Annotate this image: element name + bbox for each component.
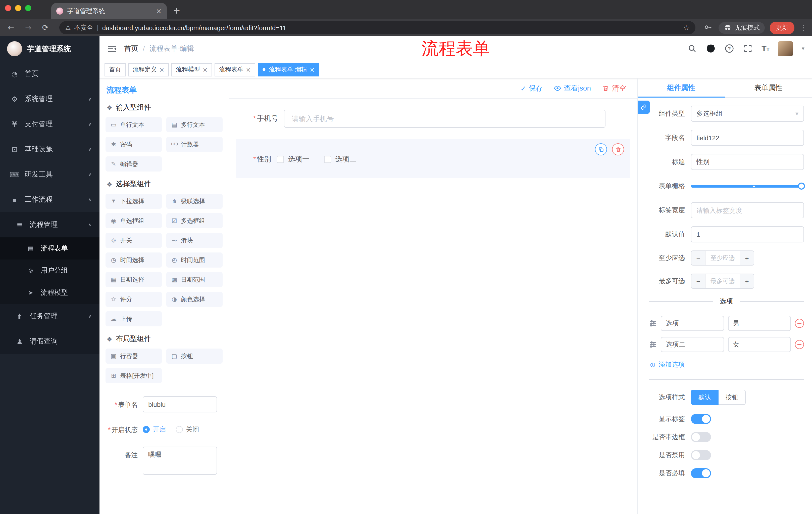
palette-item-checkbox-group[interactable]: 多选框组: [166, 213, 223, 228]
sidebar-item-user-group[interactable]: 用户分组: [0, 260, 99, 282]
palette-item-row-container[interactable]: 行容器: [106, 349, 162, 363]
form-name-input[interactable]: [143, 396, 217, 412]
palette-item-date-range[interactable]: 日期范围: [166, 272, 223, 287]
palette-item-switch[interactable]: 开关: [106, 233, 162, 248]
save-button[interactable]: 保存: [520, 84, 543, 93]
browser-tab[interactable]: 芋道管理系统: [51, 3, 167, 19]
tag-process-model[interactable]: 流程模型: [171, 63, 212, 76]
new-tab-button[interactable]: [173, 6, 180, 19]
sidebar-item-task-management[interactable]: 任务管理: [0, 304, 99, 329]
link-button[interactable]: [638, 101, 650, 114]
stepper-decrease-button[interactable]: −: [691, 274, 705, 288]
tag-process-definition[interactable]: 流程定义: [128, 63, 169, 76]
drag-handle-icon[interactable]: [649, 319, 657, 327]
title-input[interactable]: [691, 154, 804, 170]
palette-item-button[interactable]: 按钮: [166, 349, 223, 363]
slider-track[interactable]: [691, 185, 804, 187]
palette-item-editor[interactable]: 编辑器: [106, 156, 162, 171]
label-width-input[interactable]: [691, 202, 804, 218]
remove-option-icon[interactable]: [795, 319, 804, 328]
sidebar-item-workflow[interactable]: 工作流程: [0, 187, 99, 212]
sidebar-toggle-icon[interactable]: [107, 44, 117, 54]
breadcrumb-home[interactable]: 首页: [124, 44, 138, 53]
help-icon[interactable]: ?: [724, 44, 734, 54]
palette-item-radio-group[interactable]: 单选框组: [106, 213, 162, 228]
update-button[interactable]: 更新: [770, 21, 794, 34]
palette-item-time-picker[interactable]: 时间选择: [106, 252, 162, 268]
min-select-placeholder[interactable]: 至少应选: [705, 251, 740, 265]
field-name-input[interactable]: [691, 130, 804, 146]
clear-button[interactable]: 清空: [602, 84, 626, 93]
component-type-select[interactable]: 多选框组: [691, 106, 804, 122]
tag-close-icon[interactable]: [159, 66, 164, 73]
address-bar[interactable]: 不安全 dashboard.yudao.iocoder.cn/bpm/manag…: [59, 21, 695, 34]
sidebar-item-home[interactable]: 首页: [0, 61, 99, 86]
remove-option-icon[interactable]: [795, 340, 804, 349]
sidebar-item-process-management[interactable]: 流程管理: [0, 212, 99, 237]
max-select-placeholder[interactable]: 最多可选: [705, 274, 740, 288]
forward-button[interactable]: [22, 24, 34, 31]
palette-item-slider[interactable]: 滑块: [166, 233, 223, 248]
checkbox-option-1[interactable]: 选项一: [277, 155, 309, 164]
back-button[interactable]: [5, 24, 17, 31]
grid-slider[interactable]: [691, 178, 804, 194]
tab-component-props[interactable]: 组件属性: [638, 78, 725, 97]
phone-input[interactable]: [284, 110, 606, 128]
sidebar-item-leave-query[interactable]: 请假查询: [0, 329, 99, 354]
slider-handle[interactable]: [798, 182, 805, 189]
drag-handle-icon[interactable]: [649, 341, 657, 349]
tag-close-icon[interactable]: [246, 66, 251, 73]
option-1-value-input[interactable]: [728, 316, 791, 331]
tag-close-icon[interactable]: [203, 66, 207, 73]
tag-close-icon[interactable]: [310, 66, 315, 73]
window-close-button[interactable]: [5, 5, 11, 11]
checkbox-option-2[interactable]: 选项二: [324, 155, 356, 164]
sidebar-item-process-form[interactable]: 流程表单: [0, 237, 99, 260]
style-default-button[interactable]: 默认: [691, 390, 719, 405]
palette-item-time-range[interactable]: 时间范围: [166, 252, 223, 268]
palette-item-counter[interactable]: 计数器: [166, 137, 223, 152]
sidebar-item-payment-management[interactable]: 支付管理: [0, 112, 99, 137]
status-radio-on[interactable]: 开启: [143, 425, 166, 434]
palette-item-color-picker[interactable]: 颜色选择: [166, 292, 223, 307]
palette-item-single-line-text[interactable]: 单行文本: [106, 117, 162, 132]
palette-item-upload[interactable]: 上传: [106, 311, 162, 326]
password-key-icon[interactable]: [703, 23, 714, 33]
add-option-button[interactable]: 添加选项: [650, 360, 685, 369]
reload-button[interactable]: [39, 24, 51, 31]
style-button-button[interactable]: 按钮: [719, 390, 746, 405]
avatar-caret-icon[interactable]: [802, 46, 805, 51]
user-avatar[interactable]: [778, 41, 793, 56]
field-phone[interactable]: *手机号: [236, 110, 630, 128]
show-label-switch[interactable]: [691, 414, 711, 424]
tag-process-form-edit[interactable]: 流程表单-编辑: [258, 63, 319, 76]
palette-item-rate[interactable]: 评分: [106, 292, 162, 307]
palette-item-multi-line-text[interactable]: 多行文本: [166, 117, 223, 132]
search-icon[interactable]: [687, 44, 697, 54]
default-value-input[interactable]: [691, 226, 804, 242]
font-size-icon[interactable]: TT: [761, 44, 770, 53]
option-2-value-input[interactable]: [728, 337, 791, 352]
tab-form-props[interactable]: 表单属性: [725, 78, 812, 97]
field-gender-selected[interactable]: *性别 选项一 选项二: [236, 139, 630, 178]
view-json-button[interactable]: 查看json: [554, 84, 591, 93]
browser-menu-icon[interactable]: [800, 24, 807, 31]
option-1-label-input[interactable]: [661, 316, 724, 331]
sidebar-item-dev-tools[interactable]: 研发工具: [0, 162, 99, 187]
disabled-switch[interactable]: [691, 450, 711, 460]
sidebar-item-process-model[interactable]: 流程模型: [0, 282, 99, 304]
delete-field-button[interactable]: [612, 143, 624, 155]
status-radio-off[interactable]: 关闭: [176, 425, 199, 434]
palette-item-date-picker[interactable]: 日期选择: [106, 272, 162, 287]
border-switch[interactable]: [691, 432, 711, 442]
sidebar-item-infrastructure[interactable]: 基础设施: [0, 137, 99, 162]
palette-item-select[interactable]: 下拉选择: [106, 194, 162, 209]
tag-home[interactable]: 首页: [105, 63, 126, 76]
sidebar-item-system-management[interactable]: 系统管理: [0, 86, 99, 112]
fullscreen-icon[interactable]: [743, 44, 753, 54]
form-remark-textarea[interactable]: 嘿嘿: [143, 447, 217, 475]
tab-close-icon[interactable]: [156, 7, 162, 15]
bookmark-star-icon[interactable]: [683, 24, 689, 31]
palette-item-cascader[interactable]: 级联选择: [166, 194, 223, 209]
stepper-increase-button[interactable]: +: [740, 251, 754, 265]
